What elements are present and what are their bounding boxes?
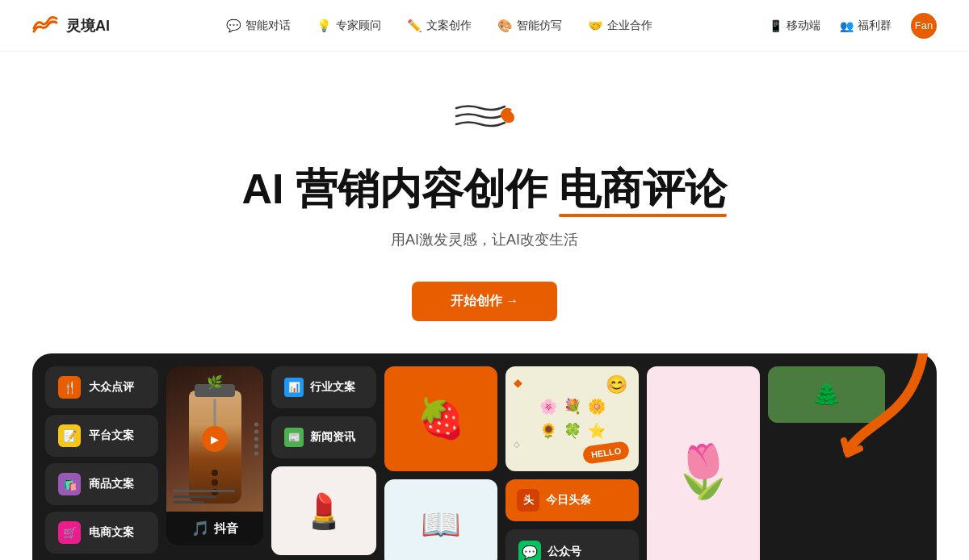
hero-title-underline: 电商评论 — [559, 164, 727, 214]
lipstick-card: 💄 — [271, 466, 376, 555]
sidebar-item-product[interactable]: 🛍️ 商品文案 — [45, 463, 158, 505]
strawberry-card: 🍓 — [384, 366, 497, 471]
sidebar-item-ecommerce[interactable]: 🛒 电商文案 — [45, 512, 158, 554]
nav-item-enterprise[interactable]: 🤝 企业合作 — [588, 19, 652, 33]
hero-cta-button[interactable]: 开始创作 → — [412, 282, 557, 321]
video-card-douyin[interactable]: 🌿 ▶ 🎵 抖音 — [166, 366, 263, 545]
deco-sticker-card: 🌸 💐 🌼 🌻 🍀 ⭐ HELLO 😊 ◆ ◇ — [505, 366, 639, 471]
mobile-icon: 📱 — [769, 19, 782, 32]
expert-icon: 💡 — [317, 19, 332, 33]
cards-area: 🍴 大众点评 📝 平台文案 🛍️ 商品文案 🛒 电商文案 — [0, 353, 969, 560]
nav-item-expert[interactable]: 💡 专家顾问 — [317, 19, 381, 33]
news-icon: 📰 — [284, 428, 304, 447]
left-sidebar: 🍴 大众点评 📝 平台文案 🛍️ 商品文案 🛒 电商文案 — [45, 366, 158, 554]
hero-section: AI 营销内容创作 电商评论 用AI激发灵感，让AI改变生活 开始创作 → — [0, 52, 969, 353]
video-label: 🎵 抖音 — [166, 512, 263, 545]
hero-subtitle: 用AI激发灵感，让AI改变生活 — [16, 230, 953, 249]
logo[interactable]: 灵境AI — [32, 14, 110, 38]
navbar: 灵境AI 💬 智能对话 💡 专家顾问 ✏️ 文案创作 🎨 智能仿写 🤝 企业合作… — [0, 0, 969, 52]
welfare-icon: 👥 — [840, 19, 854, 32]
nav-right: 📱 移动端 👥 福利群 Fan — [769, 13, 937, 39]
sidebar-item-platform[interactable]: 📝 平台文案 — [45, 415, 158, 457]
imitation-icon: 🎨 — [497, 19, 513, 33]
product-icon: 🛍️ — [58, 473, 81, 495]
flower-card: 🌷 — [647, 366, 760, 560]
chat-icon: 💬 — [226, 19, 241, 33]
hero-title: AI 营销内容创作 电商评论 — [16, 164, 953, 214]
nav-item-chat[interactable]: 💬 智能对话 — [226, 19, 291, 33]
copywriting-icon: ✏️ — [407, 19, 422, 33]
nav-links: 💬 智能对话 💡 专家顾问 ✏️ 文案创作 🎨 智能仿写 🤝 企业合作 — [226, 19, 652, 33]
wechat-icon: 💬 — [518, 541, 541, 560]
hero-decoration-icon — [16, 100, 953, 148]
nav-item-imitation[interactable]: 🎨 智能仿写 — [497, 19, 562, 33]
nav-mobile[interactable]: 📱 移动端 — [769, 19, 820, 33]
user-avatar[interactable]: Fan — [911, 13, 937, 39]
logo-text: 灵境AI — [66, 16, 110, 36]
logo-icon — [32, 14, 61, 38]
toutiao-card[interactable]: 头 今日头条 — [505, 479, 639, 521]
book-card: 📖 — [384, 479, 497, 560]
cat-news[interactable]: 📰 新闻资讯 — [271, 416, 376, 458]
industry-icon: 📊 — [284, 378, 304, 397]
sidebar-item-dianping[interactable]: 🍴 大众点评 — [45, 366, 158, 408]
platform-icon: 📝 — [58, 424, 81, 447]
arrow-decoration — [832, 353, 929, 466]
wechat-public-card[interactable]: 💬 公众号 — [505, 529, 639, 560]
ecommerce-icon: 🛒 — [58, 521, 81, 544]
nav-item-copywriting[interactable]: ✏️ 文案创作 — [407, 19, 472, 33]
cat-industry[interactable]: 📊 行业文案 — [271, 366, 376, 408]
enterprise-icon: 🤝 — [588, 19, 603, 33]
svg-point-0 — [501, 109, 512, 120]
nav-welfare[interactable]: 👥 福利群 — [840, 19, 891, 33]
dianping-icon: 🍴 — [58, 376, 81, 399]
